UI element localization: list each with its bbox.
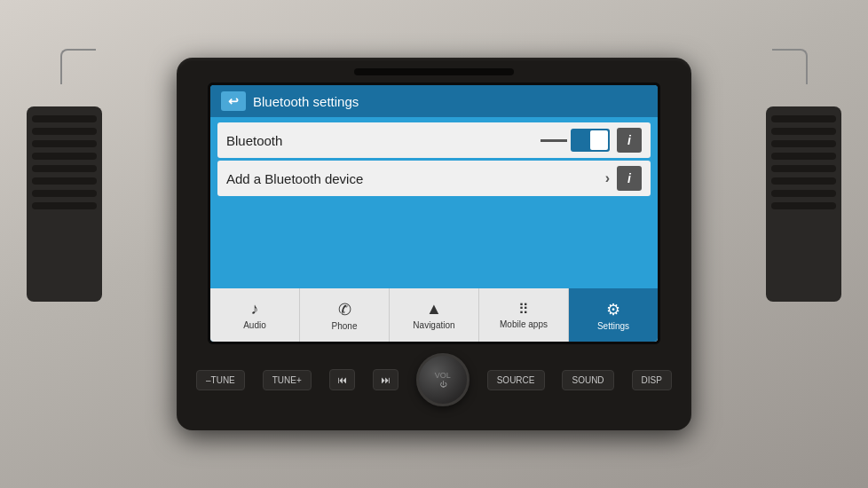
navigation-icon: ▲ xyxy=(426,300,442,319)
prev-track-button[interactable]: ⏮ xyxy=(329,369,355,390)
mobile-apps-label: Mobile apps xyxy=(500,319,548,329)
add-device-info-button[interactable]: i xyxy=(617,166,642,191)
bluetooth-info-button[interactable]: i xyxy=(617,128,642,153)
screen-bezel: ↩ Bluetooth settings Bluetooth xyxy=(208,83,660,344)
volume-knob[interactable]: VOL ⏻ xyxy=(416,353,470,406)
nav-item-audio[interactable]: ♪ Audio xyxy=(210,288,300,342)
left-vent xyxy=(27,106,102,302)
bluetooth-toggle[interactable] xyxy=(571,129,610,152)
add-device-label: Add a Bluetooth device xyxy=(226,171,598,186)
nav-item-phone[interactable]: ✆ Phone xyxy=(300,288,390,342)
infotainment-unit: ↩ Bluetooth settings Bluetooth xyxy=(177,58,691,430)
bluetooth-toggle-row[interactable]: Bluetooth i xyxy=(217,122,651,158)
toggle-line xyxy=(541,139,567,142)
right-vent xyxy=(766,106,841,302)
vol-label: VOL ⏻ xyxy=(435,371,451,389)
screen: ↩ Bluetooth settings Bluetooth xyxy=(210,85,658,342)
screen-title: Bluetooth settings xyxy=(253,94,359,109)
add-device-info-icon: i xyxy=(627,171,631,185)
back-arrow-icon: ↩ xyxy=(228,94,239,108)
disp-button[interactable]: DISP xyxy=(632,370,672,390)
controls-row: –TUNE TUNE+ ⏮ ⏭ VOL ⏻ SOURCE SOUND DISP xyxy=(187,353,681,406)
source-button[interactable]: SOURCE xyxy=(487,370,545,390)
next-track-button[interactable]: ⏭ xyxy=(373,369,398,390)
nav-item-navigation[interactable]: ▲ Navigation xyxy=(390,288,479,342)
navigation-label: Navigation xyxy=(413,320,454,330)
add-device-row[interactable]: Add a Bluetooth device › i xyxy=(217,161,651,196)
mobile-apps-icon: ⠿ xyxy=(518,301,530,318)
sound-button[interactable]: SOUND xyxy=(562,370,613,390)
nav-item-mobile-apps[interactable]: ⠿ Mobile apps xyxy=(479,288,569,342)
toggle-container xyxy=(541,129,610,152)
settings-label: Settings xyxy=(597,321,629,331)
tune-minus-button[interactable]: –TUNE xyxy=(196,370,245,390)
audio-label: Audio xyxy=(243,320,266,330)
chevron-right-icon: › xyxy=(605,170,610,186)
phone-icon: ✆ xyxy=(338,300,351,319)
corner-deco-left xyxy=(60,49,96,84)
settings-icon: ⚙ xyxy=(606,300,620,319)
toggle-knob xyxy=(590,130,608,150)
corner-deco-right xyxy=(772,49,808,84)
nav-bar: ♪ Audio ✆ Phone ▲ Navigation ⠿ Mobile ap… xyxy=(210,288,658,342)
tune-plus-button[interactable]: TUNE+ xyxy=(263,370,312,390)
nav-item-settings[interactable]: ⚙ Settings xyxy=(569,288,658,342)
back-button[interactable]: ↩ xyxy=(221,91,246,111)
screen-content: Bluetooth i Add a Bluetoot xyxy=(210,117,658,288)
bluetooth-label: Bluetooth xyxy=(226,133,533,148)
phone-label: Phone xyxy=(332,321,358,331)
audio-icon: ♪ xyxy=(251,300,259,319)
screen-header: ↩ Bluetooth settings xyxy=(210,85,658,117)
top-slot xyxy=(354,68,514,75)
car-surround: ↩ Bluetooth settings Bluetooth xyxy=(0,0,868,488)
info-icon: i xyxy=(627,133,631,147)
